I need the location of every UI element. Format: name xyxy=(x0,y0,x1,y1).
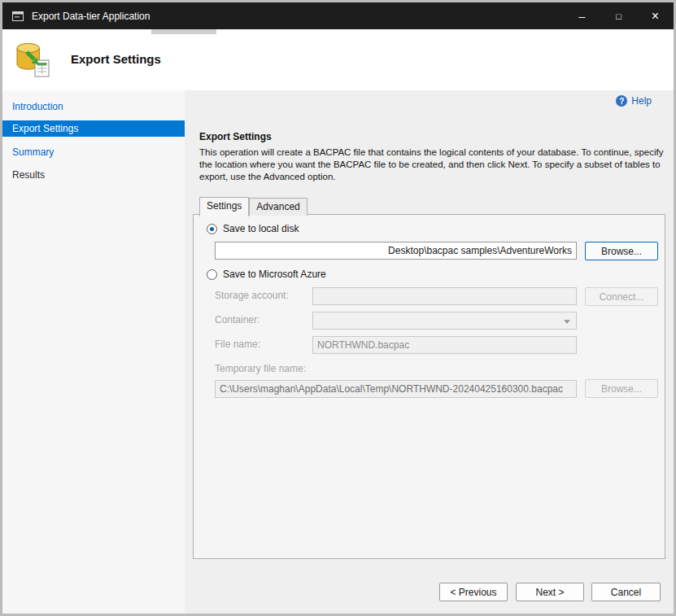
app-icon xyxy=(11,10,24,23)
maximize-button[interactable]: □ xyxy=(600,2,637,29)
dropdown-arrow-icon xyxy=(564,320,570,324)
browse-local-button[interactable]: Browse... xyxy=(585,242,658,260)
wizard-nav: Introduction Export Settings Summary Res… xyxy=(2,90,185,614)
sidebar-item-introduction[interactable]: Introduction xyxy=(2,98,185,115)
close-icon: × xyxy=(652,9,659,24)
minimize-icon: – xyxy=(579,10,586,23)
tab-settings[interactable]: Settings xyxy=(199,197,249,216)
previous-button[interactable]: < Previous xyxy=(439,583,508,601)
container-label: Container: xyxy=(215,314,259,325)
temp-file-label: Temporary file name: xyxy=(215,363,306,374)
section-description: This operation will create a BACPAC file… xyxy=(199,146,669,183)
radio-save-local-disk[interactable]: Save to local disk xyxy=(207,223,299,234)
close-button[interactable]: × xyxy=(637,2,674,29)
main-content: ? Help Export Settings This operation wi… xyxy=(185,90,674,614)
window-controls: – □ × xyxy=(564,2,674,29)
storage-account-label: Storage account: xyxy=(215,290,289,301)
tab-strip: Settings Advanced xyxy=(199,197,307,216)
radio-unselected-icon xyxy=(207,269,217,280)
export-database-icon xyxy=(13,40,52,82)
sidebar-item-results[interactable]: Results xyxy=(2,167,185,183)
radio-save-azure[interactable]: Save to Microsoft Azure xyxy=(207,269,326,280)
temp-file-input xyxy=(215,380,577,398)
sidebar-item-summary[interactable]: Summary xyxy=(2,144,185,160)
sidebar-item-export-settings[interactable]: Export Settings xyxy=(2,120,185,137)
container-select xyxy=(312,312,577,330)
help-link[interactable]: ? Help xyxy=(616,95,652,107)
help-icon: ? xyxy=(616,95,627,107)
titlebar: Export Data-tier Application – □ × xyxy=(2,2,674,29)
section-title: Export Settings xyxy=(199,131,272,142)
minimize-button[interactable]: – xyxy=(564,2,600,29)
file-name-input xyxy=(312,336,577,354)
window-title: Export Data-tier Application xyxy=(32,11,150,22)
help-label: Help xyxy=(631,95,652,107)
connect-button: Connect... xyxy=(585,287,658,306)
radio-selected-icon xyxy=(207,224,217,234)
radio-save-local-disk-label: Save to local disk xyxy=(223,223,299,234)
export-dialog: Export Data-tier Application – □ × xyxy=(2,2,674,614)
wizard-header: Export Settings xyxy=(2,29,674,90)
local-path-input[interactable] xyxy=(215,242,577,260)
settings-panel: Save to local disk Browse... Save to Mic… xyxy=(193,214,665,559)
storage-account-input xyxy=(312,287,577,305)
maximize-icon: □ xyxy=(616,11,621,21)
browse-temp-button: Browse... xyxy=(585,379,658,398)
file-name-label: File name: xyxy=(215,339,260,350)
cancel-button[interactable]: Cancel xyxy=(591,583,661,601)
page-title: Export Settings xyxy=(71,52,161,66)
next-button[interactable]: Next > xyxy=(516,583,584,601)
radio-save-azure-label: Save to Microsoft Azure xyxy=(223,269,326,280)
tab-advanced[interactable]: Advanced xyxy=(249,198,307,216)
